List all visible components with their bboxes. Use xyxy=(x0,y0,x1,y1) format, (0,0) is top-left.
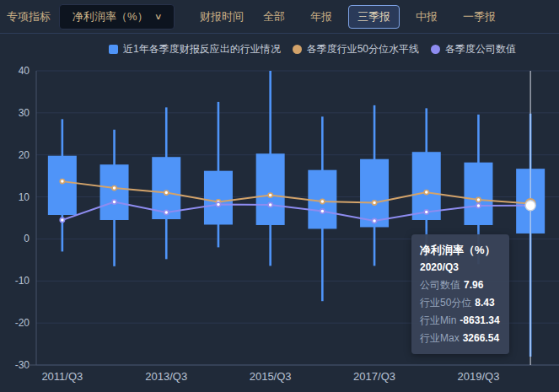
percentile-50-point[interactable] xyxy=(424,190,428,194)
percentile-50-point[interactable] xyxy=(164,191,169,195)
x-axis-tick-label: 2013/Q3 xyxy=(145,370,187,383)
box-rect[interactable] xyxy=(48,156,77,215)
company-value-point[interactable] xyxy=(60,217,64,222)
x-axis-tick-label: 2015/Q3 xyxy=(250,370,292,383)
percentile-50-point[interactable] xyxy=(268,193,272,197)
company-value-line[interactable] xyxy=(62,202,530,221)
company-value-point[interactable] xyxy=(164,210,169,214)
y-axis-tick-label: 30 xyxy=(19,107,30,119)
company-value-point[interactable] xyxy=(216,202,220,207)
y-axis-tick-label: 10 xyxy=(19,191,30,203)
company-value-point[interactable] xyxy=(372,218,376,223)
percentile-50-point[interactable] xyxy=(60,180,64,184)
company-value-point[interactable] xyxy=(268,202,272,207)
percentile-50-line[interactable] xyxy=(62,181,530,203)
y-axis-tick-label: -30 xyxy=(15,359,30,371)
percentile-50-point[interactable] xyxy=(112,186,116,191)
x-axis-tick-label: 2017/Q3 xyxy=(353,370,395,383)
y-axis-tick-label: -20 xyxy=(15,317,30,329)
x-axis-tick-label: 2011/Q3 xyxy=(41,370,83,383)
profit-margin-boxplot-chart[interactable]: 403020100-10-20-302011/Q32013/Q32015/Q32… xyxy=(0,0,559,392)
y-axis-tick-label: 0 xyxy=(24,233,30,244)
box-rect[interactable] xyxy=(204,171,233,225)
y-axis-tick-label: 20 xyxy=(19,149,30,161)
company-value-point[interactable] xyxy=(320,209,325,213)
box-rect[interactable] xyxy=(464,163,492,225)
box-rect[interactable] xyxy=(256,153,285,225)
percentile-50-point[interactable] xyxy=(372,201,376,205)
company-value-point[interactable] xyxy=(476,203,481,207)
y-axis-tick-label: 40 xyxy=(19,65,30,77)
box-rect[interactable] xyxy=(360,159,389,228)
x-axis-tick-label: 2019/Q3 xyxy=(458,370,500,383)
company-value-point[interactable] xyxy=(424,210,428,214)
y-axis-tick-label: -10 xyxy=(15,275,30,287)
company-value-point[interactable] xyxy=(112,200,116,204)
percentile-50-point[interactable] xyxy=(476,197,481,201)
box-rect[interactable] xyxy=(100,164,129,220)
highlight-company-point[interactable] xyxy=(525,201,535,211)
percentile-50-point[interactable] xyxy=(320,199,325,203)
